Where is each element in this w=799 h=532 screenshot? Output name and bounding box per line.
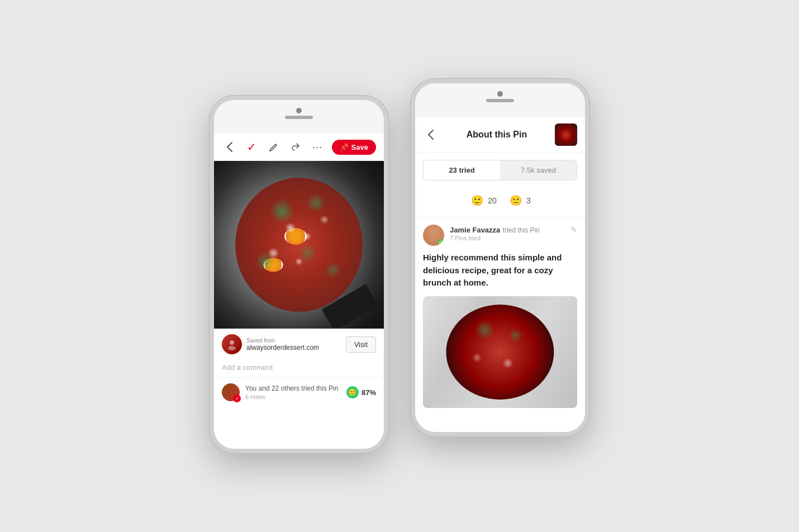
- pin-thumb-image: [555, 124, 577, 146]
- tab-tried[interactable]: 23 tried: [424, 160, 500, 180]
- source-domain: alwaysorderdessert.com: [246, 344, 319, 352]
- save-button[interactable]: 📌 Save: [332, 140, 376, 155]
- review-image: [423, 296, 577, 408]
- reviewer-row: 🙂 Jamie Favazza tried this Pin ✎ 7 Pins …: [423, 225, 577, 246]
- happy-rating: 🙂 20: [469, 193, 497, 208]
- source-details: Saved from alwaysorderdessert.com: [222, 334, 319, 354]
- phone1-screen: ✓ ··· 📌 Save: [214, 134, 384, 449]
- back-button[interactable]: [222, 139, 237, 155]
- review-image-inner: [423, 296, 577, 408]
- svg-point-0: [230, 340, 234, 345]
- reviewer-avatar: 🙂: [423, 225, 444, 246]
- phone1-speaker: [285, 116, 313, 119]
- save-label: Save: [351, 143, 368, 151]
- comment-placeholder[interactable]: Add a comment: [214, 360, 384, 375]
- share-button[interactable]: [288, 139, 303, 155]
- save-pin-icon: 📌: [340, 143, 349, 151]
- visit-button[interactable]: Visit: [346, 336, 376, 353]
- phone2-top-bar: [415, 83, 585, 117]
- review-text: Highly recommend this simple and delicio…: [423, 251, 577, 289]
- phone2-screen: About this Pin 23 tried 7.5k saved 🙂 20: [415, 117, 585, 432]
- phone2-navbar: About this Pin: [415, 117, 585, 153]
- pin-thumbnail: [555, 124, 577, 146]
- tried-bar: ✓ You and 22 others tried this Pin 6 not…: [214, 377, 384, 407]
- smiley-green-icon: 🙂: [346, 386, 359, 398]
- reviewer-name: Jamie Favazza: [450, 226, 500, 234]
- tried-action-label: tried this Pin: [503, 226, 540, 234]
- reviewer-info: Jamie Favazza tried this Pin ✎ 7 Pins tr…: [450, 225, 577, 241]
- tried-text: You and 22 others tried this Pin 6 notes: [245, 384, 341, 400]
- svg-point-1: [228, 346, 236, 350]
- source-info-row: Saved from alwaysorderdessert.com Visit: [214, 329, 384, 360]
- edit-button[interactable]: [266, 139, 282, 155]
- saved-from-label: Saved from: [246, 338, 319, 344]
- reviewer-meta: 7 Pins tried: [450, 235, 577, 241]
- skillet-background: [214, 161, 384, 329]
- sad-count: 3: [526, 196, 531, 205]
- check-button[interactable]: ✓: [244, 139, 259, 155]
- happy-count: 20: [488, 196, 497, 205]
- tab-saved[interactable]: 7.5k saved: [500, 160, 577, 180]
- phone1-top-bar: [214, 100, 384, 134]
- phone2-camera: [497, 91, 503, 97]
- phone-1: ✓ ··· 📌 Save: [210, 96, 388, 453]
- reviewer-name-action: Jamie Favazza tried this Pin: [450, 225, 540, 235]
- page-title: About this Pin: [439, 130, 555, 140]
- reviewer-smiley-badge: 🙂: [437, 239, 444, 246]
- reviewer-name-row: Jamie Favazza tried this Pin ✎: [450, 225, 577, 235]
- source-avatar: [222, 334, 242, 354]
- tried-percent: 🙂 87%: [346, 386, 376, 398]
- pin-image: [214, 161, 384, 329]
- tab-bar: 23 tried 7.5k saved: [423, 160, 577, 180]
- phone2-back-button[interactable]: [423, 127, 439, 142]
- phone-2: About this Pin 23 tried 7.5k saved 🙂 20: [411, 79, 589, 436]
- source-text-block: Saved from alwaysorderdessert.com: [246, 338, 319, 352]
- sad-smiley-icon: 🙁: [508, 193, 524, 208]
- ratings-row: 🙂 20 🙁 3: [415, 187, 585, 217]
- edit-review-icon[interactable]: ✎: [570, 225, 577, 234]
- phones-container: ✓ ··· 📌 Save: [210, 79, 589, 453]
- notes-count: 6 notes: [245, 392, 341, 400]
- phone1-camera: [296, 108, 302, 113]
- tried-main-text: You and 22 others tried this Pin: [245, 384, 341, 392]
- percent-value: 87%: [362, 388, 376, 397]
- tried-check-badge: ✓: [233, 395, 241, 402]
- phone1-navbar: ✓ ··· 📌 Save: [214, 134, 384, 161]
- more-button[interactable]: ···: [310, 139, 325, 155]
- review-herbs-overlay: [423, 296, 577, 408]
- tried-avatar: ✓: [222, 383, 240, 401]
- review-card: 🙂 Jamie Favazza tried this Pin ✎ 7 Pins …: [415, 217, 585, 415]
- phone2-speaker: [486, 99, 514, 102]
- sad-rating: 🙁 3: [508, 193, 531, 208]
- happy-smiley-icon: 🙂: [469, 193, 485, 208]
